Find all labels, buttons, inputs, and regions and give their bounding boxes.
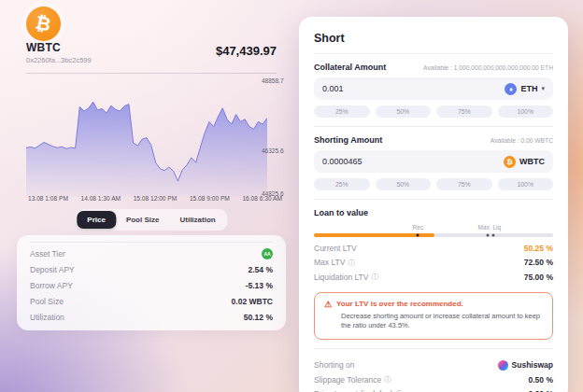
info-icon[interactable]: ⓘ — [384, 376, 391, 384]
stat-label: Utilization — [30, 313, 64, 322]
divider — [314, 348, 553, 349]
short-form-card: Short Collateral Amount Available : 1,00… — [299, 17, 568, 392]
tab-utilization[interactable]: Utilization — [169, 211, 225, 229]
info-icon[interactable]: ⓘ — [348, 259, 355, 267]
current-ltv-row: Current LTV 50.25 % — [314, 241, 553, 256]
stat-row-pool-size: Pool Size 0.02 WBTC — [30, 293, 273, 309]
stat-row-deposit-apy: Deposit APY 2.54 % — [30, 262, 273, 278]
liquidation-ltv-row: Liquidation LTVⓘ 75.00 % — [314, 270, 553, 285]
kv-value: 50.25 % — [524, 244, 553, 253]
price-chart[interactable]: 48858.7 46325.6 44825.6 — [26, 79, 267, 197]
shorting-label: Shorting Amount — [314, 135, 382, 145]
kv-label: Liquidation LTV — [314, 273, 368, 282]
ltv-max-label: Max — [478, 224, 490, 231]
x-tick: 15.08 9:00 PM — [190, 195, 230, 202]
kv-value: 75.00 % — [524, 273, 553, 282]
stat-label: Borrow APY — [30, 281, 73, 290]
token-address: 0x2260fa...3bc2c599 — [26, 56, 92, 64]
divider — [314, 126, 553, 127]
price-impact-row: Price Impact (incl. fee)ⓘ -0.30 % — [314, 386, 553, 392]
stat-label: Asset Tier — [30, 249, 65, 259]
info-icon[interactable]: ⓘ — [371, 273, 378, 281]
shorting-input-box: ₿ WBTC — [314, 150, 553, 173]
x-tick: 14.08 1:30 AM — [81, 195, 121, 202]
collateral-75-button[interactable]: 75% — [436, 105, 492, 118]
y-tick-top: 48858.7 — [262, 77, 303, 84]
chevron-down-icon: ▾ — [541, 85, 545, 92]
collateral-amount-input[interactable] — [322, 84, 434, 93]
collateral-50-button[interactable]: 50% — [376, 105, 432, 118]
kv-value: Sushiswap — [512, 360, 553, 370]
ltv-liq-label: Liq — [492, 224, 501, 231]
warning-title: Your LTV is over the recommended. — [336, 300, 463, 308]
divider — [314, 53, 553, 54]
kv-value: 0.50 % — [529, 375, 553, 385]
shorting-25-button[interactable]: 25% — [314, 178, 370, 190]
x-tick: 13.08 1:08 PM — [28, 195, 68, 202]
collateral-token-selector[interactable]: ♦ ETH ▾ — [505, 83, 545, 95]
tab-pool-size[interactable]: Pool Size — [116, 211, 170, 229]
stats-divider — [30, 242, 273, 243]
stat-value: 0.02 WBTC — [232, 297, 273, 306]
max-ltv-row: Max LTVⓘ 72.50 % — [314, 256, 553, 271]
kv-label: Slippage Tolerance — [314, 375, 381, 385]
collateral-percent-row: 25% 50% 75% 100% — [314, 105, 553, 118]
stat-row-utilization: Utilization 50.12 % — [30, 309, 273, 325]
ltv-rec-label: Rec — [413, 224, 424, 231]
chart-tab-group: Price Pool Size Utilization — [75, 209, 227, 231]
token-symbol: WBTC — [519, 157, 545, 166]
price-chart-svg — [26, 79, 267, 197]
token-stats-card: Asset Tier AA Deposit APY 2.54 % Borrow … — [17, 235, 286, 330]
warning-body: Decrease shorting amount or increase col… — [341, 312, 543, 332]
header-divider — [26, 73, 277, 74]
ltv-label: Loan to value — [314, 208, 553, 217]
warning-icon: ⚠ — [324, 300, 332, 309]
y-tick-mid: 46325.6 — [262, 147, 303, 154]
token-panel: ₿ WBTC 0x2260fa...3bc2c599 $47,439.97 48… — [17, 0, 286, 392]
form-title: Short — [314, 32, 553, 45]
collateral-input-box: ♦ ETH ▾ — [314, 77, 553, 100]
eth-icon: ♦ — [505, 83, 517, 95]
stat-row-asset-tier: Asset Tier AA — [30, 246, 273, 262]
token-symbol: ETH — [520, 84, 537, 93]
shorting-75-button[interactable]: 75% — [436, 178, 492, 190]
sushiswap-icon — [498, 360, 508, 371]
asset-tier-badge: AA — [262, 248, 273, 259]
collateral-100-button[interactable]: 100% — [498, 105, 554, 118]
shorting-100-button[interactable]: 100% — [498, 178, 554, 190]
kv-label: Max LTV — [314, 258, 345, 267]
collateral-25-button[interactable]: 25% — [314, 105, 370, 118]
divider — [314, 199, 553, 200]
x-tick: 15.08 12:00 PM — [134, 195, 178, 202]
kv-label: Shorting on — [314, 360, 354, 370]
ltv-max-dot — [486, 234, 489, 237]
wbtc-icon: ₿ — [504, 156, 516, 168]
slippage-row: Slippage Toleranceⓘ 0.50 % — [314, 372, 553, 387]
stat-value: 2.54 % — [249, 265, 273, 274]
shorting-available: Available : 0.00 WBTC — [491, 137, 553, 144]
collateral-label: Collateral Amount — [314, 63, 386, 72]
ltv-slider[interactable]: Rec Max Liq — [314, 233, 553, 237]
stat-label: Deposit APY — [30, 265, 75, 274]
token-price: $47,439.97 — [216, 44, 277, 58]
stat-label: Pool Size — [30, 297, 64, 306]
shorting-on-row: Shorting on Sushiswap — [314, 357, 553, 372]
ltv-rec-dot — [417, 234, 419, 237]
x-tick: 16.08 6:30 AM — [242, 195, 282, 202]
shorting-token[interactable]: ₿ WBTC — [504, 156, 545, 168]
stat-value: -5.13 % — [246, 281, 273, 290]
shorting-amount-input[interactable] — [322, 157, 434, 166]
collateral-available: Available : 1,000,000,000,000,000,000.00… — [423, 64, 553, 71]
shorting-percent-row: 25% 50% 75% 100% — [314, 178, 553, 190]
stat-value: 50.12 % — [244, 313, 273, 322]
ltv-liq-dot — [492, 234, 495, 237]
wbtc-logo-icon: ₿ — [26, 7, 61, 41]
token-name: WBTC — [26, 41, 61, 54]
kv-label: Current LTV — [314, 244, 357, 253]
ltv-warning-box: ⚠ Your LTV is over the recommended. Decr… — [314, 292, 553, 341]
tab-price[interactable]: Price — [77, 211, 116, 229]
x-axis-labels: 13.08 1:08 PM 14.08 1:30 AM 15.08 12:00 … — [28, 195, 282, 202]
shorting-50-button[interactable]: 50% — [376, 178, 432, 190]
kv-value: 72.50 % — [524, 258, 553, 267]
stat-row-borrow-apy: Borrow APY -5.13 % — [30, 278, 273, 294]
